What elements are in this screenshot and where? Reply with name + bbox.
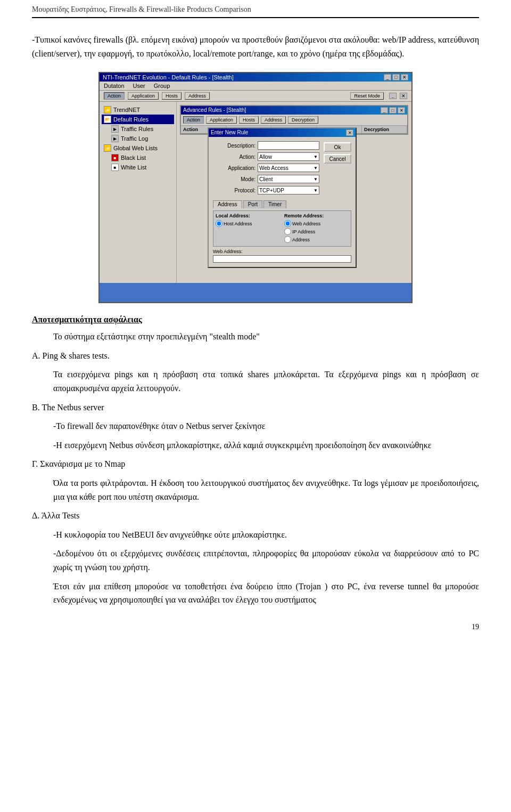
folder-icon-3: 📁 (104, 144, 111, 152)
screenshot-menubar: Dutaton User Group (100, 82, 411, 91)
subsection-b-bullet2: -Η εισερχόμενη Netbus σύνδεση μπλοκαρίστ… (53, 439, 479, 452)
sidebar-item-trafficlog[interactable]: ▶ Traffic Log (102, 134, 174, 143)
col-decryption: Decryption (362, 126, 407, 133)
subsection-g-text: Όλα τα ports φιλτράρονται. Η έκδοση του … (53, 476, 479, 504)
action-value: Allow (259, 154, 272, 160)
local-address-col: Local Address: Host Address (216, 213, 280, 244)
dialog-address-tabs: Address Port Timer (213, 200, 351, 208)
mode-select[interactable]: Client ▼ (258, 175, 319, 183)
web-address-label: Web Address: (213, 249, 351, 254)
action-label: Action: (213, 154, 256, 160)
panel-minimize-btn[interactable]: _ (381, 107, 388, 113)
protocol-select[interactable]: TCP+UDP ▼ (258, 186, 319, 194)
radio-address[interactable]: Address (284, 236, 349, 243)
cancel-button[interactable]: Cancel (324, 154, 351, 164)
application-value: Web Access (259, 165, 289, 171)
remote-address-title: Remote Address: (284, 213, 349, 218)
dialog-row-mode: Mode: Client ▼ (213, 175, 319, 183)
panel-hosts-tab[interactable]: Hosts (239, 116, 259, 124)
panel-application-tab[interactable]: Application (206, 116, 237, 124)
subsection-b-bullet1: -Το firewall δεν παραπονέθηκε όταν ο Net… (53, 419, 479, 433)
dialog-titlebar: Enter New Rule ✕ (209, 128, 356, 137)
toolbar-action-btn[interactable]: Action (104, 92, 125, 100)
panel-action-tab[interactable]: Action (183, 116, 204, 124)
radio-web-address-label: Web Address (292, 221, 320, 226)
page-header: Μουρατίδης Ευστράτιος, Firewalls & Firew… (32, 0, 479, 18)
item-icon-4: ■ (111, 164, 119, 171)
dialog-enter-new-rule: Enter New Rule ✕ Description: (208, 127, 357, 268)
menu-group[interactable]: Group (154, 83, 170, 89)
dialog-web-address-section: Web Address: (213, 249, 351, 263)
toolbar-reset-mode-btn[interactable]: Reset Mode (350, 92, 384, 100)
mode-label: Mode: (213, 176, 256, 182)
sidebar-item-whitelist[interactable]: ■ White List (102, 163, 174, 172)
radio-host-address-input[interactable] (216, 220, 222, 227)
tab-address[interactable]: Address (213, 200, 242, 208)
protocol-value: TCP+UDP (259, 188, 284, 193)
dialog-close-btn[interactable]: ✕ (346, 129, 353, 136)
sidebar-section: 📁 TrendNET 📂 Default Rules ▶ Traffic Rul… (100, 104, 176, 173)
dialog-row-application: Application: Web Access ▼ (213, 164, 319, 172)
radio-host-address[interactable]: Host Address (216, 220, 280, 227)
radio-web-address[interactable]: Web Address (284, 220, 349, 227)
description-input[interactable] (258, 141, 319, 150)
subsection-d-label: Δ. Άλλα Tests (32, 509, 479, 523)
menu-dutaton[interactable]: Dutaton (104, 83, 125, 89)
maximize-btn[interactable]: □ (392, 74, 400, 80)
sidebar-item-trafficrules[interactable]: ▶ Traffic Rules (102, 124, 174, 134)
chevron-down-icon: ▼ (314, 155, 318, 159)
radio-address-input[interactable] (284, 236, 291, 243)
chevron-down-icon-3: ▼ (314, 177, 318, 182)
section-heading: Αποτεσματικότητα ασφάλειας (32, 315, 479, 324)
toolbar-minimize-icon[interactable]: _ (389, 93, 397, 99)
radio-web-address-input[interactable] (284, 220, 291, 227)
web-address-input[interactable] (213, 255, 351, 263)
panel-decryption-tab[interactable]: Decryption (288, 116, 318, 124)
dialog-title: Enter New Rule (211, 129, 248, 136)
panel-titlebar: Advanced Rules - [Stealth] _ □ ✕ (181, 106, 407, 115)
dialog-row-description: Description: (213, 141, 319, 150)
title-d: Άλλα Tests (41, 511, 79, 520)
subsection-a-text1: Τα εισερχόμενα pings και η πρόσβαση στα … (53, 368, 479, 395)
toolbar-address-btn[interactable]: Address (185, 92, 210, 100)
screenshot-main: Advanced Rules - [Stealth] _ □ ✕ Action … (177, 102, 411, 283)
menu-user[interactable]: User (133, 83, 145, 89)
subsection-g-label: Γ. Σκανάρισμα με το Nmap (32, 457, 479, 471)
screenshot-bottom-bar (100, 283, 411, 302)
toolbar-close-icon[interactable]: ✕ (400, 93, 407, 99)
panel-restore-btn[interactable]: □ (389, 107, 397, 113)
screenshot-body: 📁 TrendNET 📂 Default Rules ▶ Traffic Rul… (100, 102, 411, 283)
screenshot-title: NTI-TrendNET Evolution - Default Rules -… (103, 74, 234, 80)
titlebar-controls: _ □ ✕ (384, 74, 408, 80)
screenshot-sidebar: 📁 TrendNET 📂 Default Rules ▶ Traffic Rul… (100, 102, 177, 283)
radio-ip-address-input[interactable] (284, 228, 291, 235)
sidebar-item-globalweblists[interactable]: 📁 Global Web Lists (102, 143, 174, 153)
subsection-d-bullet1: -Η κυκλοφορία του NetBEUI δεν ανιχνεύθηκ… (53, 528, 479, 542)
close-btn[interactable]: ✕ (401, 74, 408, 80)
panel-close-btn[interactable]: ✕ (398, 107, 405, 113)
header-text: Μουρατίδης Ευστράτιος, Firewalls & Firew… (32, 5, 251, 13)
sidebar-trendnet-label: TrendNET (113, 107, 140, 113)
toolbar-hosts-btn[interactable]: Hosts (162, 92, 182, 100)
dialog-addr-section: Local Address: Host Address Remote Addre… (213, 210, 351, 247)
panel-address-tab[interactable]: Address (261, 116, 286, 124)
ok-button[interactable]: Ok (324, 142, 351, 152)
label-b: B. (32, 403, 40, 412)
title-b: The Netbus server (42, 403, 104, 412)
action-select[interactable]: Allow ▼ (258, 152, 319, 161)
dialog-row-protocol: Protocol: TCP+UDP ▼ (213, 186, 319, 194)
subsection-d-bullet2: -Δεδομένου ότι οι εξερχόμενες συνδέσεις … (53, 547, 479, 574)
toolbar-application-btn[interactable]: Application (128, 92, 159, 100)
radio-ip-address[interactable]: IP Address (284, 228, 349, 235)
sidebar-item-defaultrules[interactable]: 📂 Default Rules (102, 115, 174, 124)
application-select[interactable]: Web Access ▼ (258, 164, 319, 172)
panel-toolbar: Action Application Hosts Address Decrypt… (181, 115, 407, 126)
sidebar-item-trendnet[interactable]: 📁 TrendNET (102, 105, 174, 115)
minimize-btn[interactable]: _ (384, 74, 391, 80)
tab-port[interactable]: Port (243, 200, 262, 208)
item-icon-2: ▶ (111, 135, 119, 142)
item-icon-3: ■ (111, 154, 119, 161)
tab-timer[interactable]: Timer (263, 200, 286, 208)
sidebar-item-blacklist[interactable]: ■ Black List (102, 153, 174, 163)
title-g: Σκανάρισμα με το Nmap (40, 459, 125, 468)
